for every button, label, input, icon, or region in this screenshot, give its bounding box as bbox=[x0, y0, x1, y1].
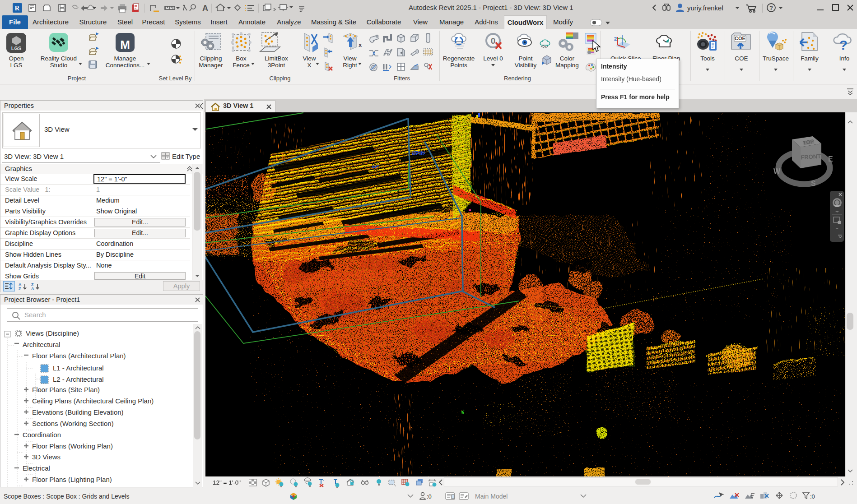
svg-text:LGS: LGS bbox=[11, 46, 22, 51]
svg-text:Architectural: Architectural bbox=[23, 341, 60, 348]
svg-text:FRONT: FRONT bbox=[801, 153, 821, 161]
svg-text:E: E bbox=[828, 155, 833, 163]
svg-text:R: R bbox=[15, 5, 20, 12]
svg-text:?: ? bbox=[839, 37, 848, 52]
svg-text:2: 2 bbox=[614, 36, 617, 42]
svg-text:3D Views: 3D Views bbox=[32, 453, 61, 461]
svg-text:Floor Plans (Working Plan): Floor Plans (Working Plan) bbox=[32, 442, 113, 450]
svg-text:?: ? bbox=[769, 5, 773, 11]
svg-text:A: A bbox=[31, 287, 34, 290]
svg-text:0: 0 bbox=[491, 36, 496, 46]
svg-text:Coordination: Coordination bbox=[23, 431, 61, 439]
svg-text::0: :0 bbox=[427, 493, 432, 500]
svg-text:Electrical: Electrical bbox=[23, 464, 50, 472]
svg-text:Sections (Working Section): Sections (Working Section) bbox=[32, 420, 114, 427]
svg-text:Floor Plans (Architectural Pla: Floor Plans (Architectural Plan) bbox=[32, 352, 126, 360]
svg-text:x: x bbox=[359, 42, 362, 48]
svg-text:yuriy.frenkel: yuriy.frenkel bbox=[687, 4, 723, 12]
svg-text:Elevations (Building Elevation: Elevations (Building Elevation) bbox=[32, 408, 124, 416]
svg-text:COE: COE bbox=[735, 36, 745, 41]
svg-text:Floor Plans (Lighting Plan): Floor Plans (Lighting Plan) bbox=[32, 476, 112, 483]
svg-text:L1 - Architectural: L1 - Architectural bbox=[53, 364, 104, 372]
svg-text:Ceiling Plans (Architectural C: Ceiling Plans (Architectural Ceiling Pla… bbox=[32, 397, 154, 405]
svg-text:Floor Plans (Site Plan): Floor Plans (Site Plan) bbox=[32, 386, 100, 393]
svg-text:Views (Discipline): Views (Discipline) bbox=[26, 329, 79, 337]
svg-text::0: :0 bbox=[810, 493, 815, 500]
svg-text:W: W bbox=[773, 167, 781, 175]
svg-text:L2 - Architectural: L2 - Architectural bbox=[53, 375, 104, 383]
svg-text:A: A bbox=[202, 4, 208, 13]
svg-text:Z: Z bbox=[19, 287, 21, 290]
svg-text:M: M bbox=[120, 38, 130, 51]
svg-text:S: S bbox=[811, 180, 816, 187]
